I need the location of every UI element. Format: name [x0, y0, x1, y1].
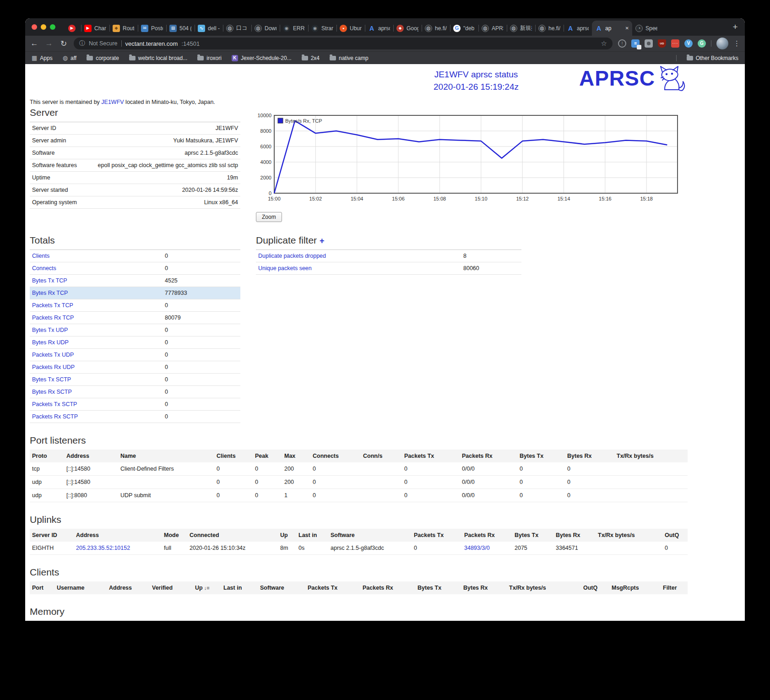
bookmark-item[interactable]: KJexer-Schedule-20... [232, 55, 292, 61]
metric-link[interactable]: Clients [32, 253, 165, 259]
expand-icon[interactable]: + [320, 236, 325, 245]
tab[interactable]: ◍新規掲 [507, 21, 535, 36]
security-label: Not Secure [89, 40, 118, 47]
tab[interactable]: ◍口コミ [223, 21, 251, 36]
tab[interactable]: ◍APRS [478, 21, 507, 36]
table-row: Server adminYuki Matsukura, JE1WFV [30, 135, 240, 147]
globe-favicon: ◍ [255, 25, 262, 32]
metric-link[interactable]: Bytes Tx UDP [32, 327, 165, 333]
metric-link[interactable]: Connects [32, 265, 165, 271]
tab[interactable]: ◉ERRO [280, 21, 308, 36]
tab[interactable]: ◍Down [251, 21, 280, 36]
row-value: 0 [165, 364, 168, 370]
column-header: Connects [310, 450, 361, 462]
bookmark-item[interactable]: native camp [330, 55, 369, 61]
tab[interactable]: ◔Spee [632, 21, 661, 36]
blue-v-extension-icon[interactable]: V [684, 39, 693, 48]
tab[interactable]: G"deb [450, 21, 478, 36]
server-id-link[interactable]: JE1WFV [101, 99, 124, 105]
column-header: Bytes Tx [415, 581, 461, 594]
back-icon[interactable]: ← [30, 39, 39, 48]
row-value: 80060 [463, 265, 479, 271]
bookmark-item[interactable]: iroxori [197, 55, 222, 61]
table-row: udp[::]:8080UDP submit001000/0/000 [30, 489, 688, 502]
tab-label: 504 ( [179, 25, 191, 32]
grammarly-g-extension-icon[interactable]: G [698, 39, 706, 48]
close-window-button[interactable] [32, 24, 37, 30]
row-label: Software [32, 150, 54, 156]
column-header: Proto [30, 450, 64, 462]
metric-link[interactable]: Packets Rx TCP [32, 315, 165, 321]
metric-link[interactable]: Packets Tx UDP [32, 352, 165, 358]
tab[interactable]: Aap✕ [592, 21, 632, 36]
bookmark-label: corporate [96, 55, 119, 61]
bookmark-item[interactable]: ▦Apps [32, 55, 53, 61]
profile-avatar[interactable] [716, 38, 728, 49]
metric-link[interactable]: Unique packets seen [258, 265, 463, 271]
bookmark-star-icon[interactable]: ☆ [601, 39, 607, 48]
ublock-shield-icon[interactable]: UO [658, 39, 666, 48]
page-info-icon[interactable]: ⓘ [79, 39, 85, 48]
metric-link[interactable]: Bytes Rx UDP [32, 339, 165, 346]
tab[interactable]: ▤504 ( [166, 21, 195, 36]
bookmark-item[interactable]: corporate [87, 55, 119, 61]
tab-label: Route [123, 25, 135, 32]
metric-link[interactable]: Bytes Tx SCTP [32, 376, 165, 383]
svg-text:4000: 4000 [260, 159, 271, 165]
cell-link[interactable]: 34893/3/0 [464, 545, 490, 551]
tab[interactable]: Aaprsc [564, 21, 592, 36]
cell-link[interactable]: 205.233.35.52:10152 [76, 545, 130, 551]
toolbar-divider [711, 40, 711, 47]
other-bookmarks[interactable]: Other Bookmarks [687, 55, 738, 61]
metric-link[interactable]: Bytes Tx TCP [32, 277, 165, 284]
metric-link[interactable]: Packets Rx SCTP [32, 413, 165, 420]
tab[interactable]: ▶Chan [81, 21, 109, 36]
metric-link[interactable]: Bytes Rx SCTP [32, 389, 165, 395]
red-dots-extension-icon[interactable]: ··· [671, 39, 679, 48]
tab[interactable]: Aaprsc [365, 21, 393, 36]
svg-text:8000: 8000 [260, 128, 271, 134]
zoom-window-button[interactable] [50, 24, 55, 30]
camera-extension-icon[interactable] [645, 39, 653, 48]
column-header: Peak [253, 450, 282, 462]
table-row: Packets Tx SCTP0 [30, 398, 240, 411]
bookmark-item[interactable]: ◍aff [63, 55, 76, 61]
blue-app-extension-icon[interactable]: ≣ [631, 39, 640, 48]
header-row: ProtoAddressNameClientsPeakMaxConnectsCo… [30, 450, 688, 462]
metric-link[interactable]: Packets Tx TCP [32, 302, 165, 309]
cell: 0 [565, 476, 614, 489]
tab[interactable]: ◆Goog [393, 21, 422, 36]
column-header: Connected [187, 529, 278, 542]
column-header: Clients [214, 450, 253, 462]
bookmark-item[interactable]: 2x4 [302, 55, 320, 61]
header-row: Server IDAddressModeConnectedUpLast inSo… [30, 529, 688, 542]
tab[interactable]: ✉Posto [138, 21, 166, 36]
column-header: Software [258, 581, 305, 594]
browser-menu-icon[interactable]: ⋮ [733, 39, 740, 48]
tab[interactable]: ◍he.fi/ [535, 21, 564, 36]
tab[interactable]: ●Ubun [336, 21, 365, 36]
svg-text:Bytes/s Rx, TCP: Bytes/s Rx, TCP [285, 118, 322, 124]
tab[interactable]: ▶ [63, 21, 81, 36]
metric-link[interactable]: Packets Rx UDP [32, 364, 165, 370]
reload-icon[interactable]: ↻ [59, 39, 68, 49]
alert-extension-icon[interactable]: ! [618, 39, 626, 48]
metric-link[interactable]: Bytes Rx TCP [32, 290, 165, 296]
zoom-button[interactable]: Zoom [256, 212, 282, 222]
metric-link[interactable]: Duplicate packets dropped [258, 253, 463, 259]
svg-text:0: 0 [269, 190, 271, 196]
metric-link[interactable]: Packets Tx SCTP [32, 401, 165, 407]
bookmark-item[interactable]: webrtc local broad... [129, 55, 187, 61]
tab[interactable]: ◍he.fi/ [422, 21, 450, 36]
tab[interactable]: ◉Stran [308, 21, 336, 36]
new-tab-button[interactable]: + [728, 20, 742, 34]
close-tab-icon[interactable]: ✕ [625, 26, 629, 31]
forward-icon[interactable]: → [44, 39, 54, 48]
sort-icon[interactable]: ↓≡ [203, 585, 210, 591]
cell: 0/0/0 [460, 476, 517, 489]
cell: 2075 [512, 542, 553, 555]
address-bar[interactable]: ⓘ Not Secure vectant.teraren.com :14501 … [74, 38, 613, 49]
minimize-window-button[interactable] [41, 24, 46, 30]
tab[interactable]: ∿dell - [195, 21, 223, 36]
tab[interactable]: ◆Route [109, 21, 138, 36]
